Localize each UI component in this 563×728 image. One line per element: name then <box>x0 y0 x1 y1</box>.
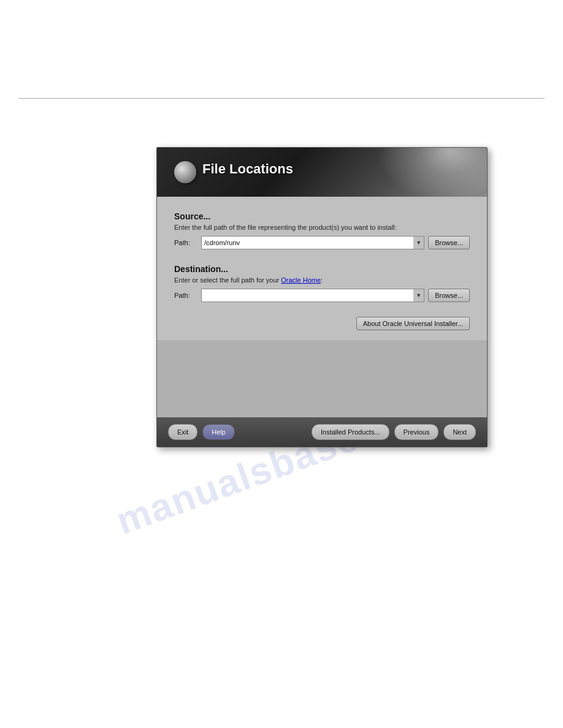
installer-window: File Locations Source... Enter the full … <box>156 147 488 447</box>
source-path-input[interactable] <box>201 236 424 249</box>
installer-content: Source... Enter the full path of the fil… <box>157 197 487 340</box>
source-browse-button[interactable]: Browse... <box>428 236 470 249</box>
destination-section: Destination... Enter or select the full … <box>174 264 470 302</box>
destination-browse-button[interactable]: Browse... <box>428 289 470 302</box>
destination-title: Destination... <box>174 264 470 274</box>
source-path-input-wrapper: ▼ <box>201 236 424 249</box>
previous-button[interactable]: Previous <box>394 424 439 440</box>
destination-path-input[interactable] <box>201 289 424 302</box>
section-divider <box>174 252 470 264</box>
destination-desc-part2: : <box>321 276 323 284</box>
destination-desc-part1: Enter or select the full path for your <box>174 276 281 284</box>
about-oracle-button[interactable]: About Oracle Universal Installer... <box>356 317 470 330</box>
destination-path-input-wrapper: ▼ <box>201 289 424 302</box>
source-section: Source... Enter the full path of the fil… <box>174 211 470 249</box>
header-swirl <box>377 148 487 197</box>
oracle-home-link[interactable]: Oracle Home <box>281 276 321 284</box>
source-title: Source... <box>174 211 470 221</box>
installer-header: File Locations <box>157 148 487 197</box>
installed-products-button[interactable]: Installed Products... <box>312 424 389 440</box>
exit-button[interactable]: Exit <box>168 424 197 440</box>
source-description: Enter the full path of the file represen… <box>174 224 470 231</box>
top-rule <box>18 98 545 99</box>
destination-description: Enter or select the full path for your O… <box>174 276 470 284</box>
destination-path-row: Path: ▼ Browse... <box>174 289 470 302</box>
help-button[interactable]: Help <box>202 424 235 440</box>
installer-footer: Exit Help Installed Products... Previous… <box>157 417 487 447</box>
source-path-dropdown-icon[interactable]: ▼ <box>413 236 424 249</box>
source-path-row: Path: ▼ Browse... <box>174 236 470 249</box>
source-path-label: Path: <box>174 239 197 246</box>
next-button[interactable]: Next <box>443 424 476 440</box>
destination-path-label: Path: <box>174 292 197 299</box>
about-row: About Oracle Universal Installer... <box>174 317 470 330</box>
installer-title: File Locations <box>202 161 293 177</box>
oracle-ball-icon <box>174 161 196 183</box>
destination-path-dropdown-icon[interactable]: ▼ <box>413 289 424 302</box>
